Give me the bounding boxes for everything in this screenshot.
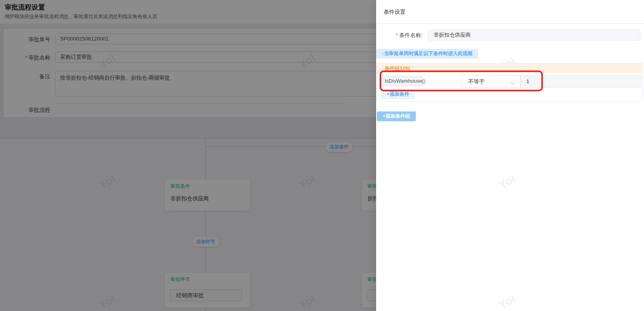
watermark: Yol bbox=[497, 173, 518, 192]
watermark: Yol bbox=[497, 293, 518, 311]
drawer-title: 条件设置 bbox=[384, 9, 406, 16]
condition-settings-drawer: Yol Yol Yol 条件设置 *条件名称: 非折扣仓供应商 ↓当审批单同时满… bbox=[376, 0, 644, 311]
add-condition-group-button[interactable]: +添加条件组 bbox=[377, 111, 416, 121]
condition-name-label: *条件名称: bbox=[396, 32, 423, 39]
required-asterisk: * bbox=[396, 32, 398, 38]
drawer-header: 条件设置 bbox=[376, 0, 644, 24]
red-highlight-annotation bbox=[380, 70, 543, 91]
condition-name-input[interactable]: 非折扣仓供应商 bbox=[428, 30, 640, 41]
condition-rule-banner: ↓当审批单同时满足以下条件时进入此流程 bbox=[376, 49, 478, 59]
